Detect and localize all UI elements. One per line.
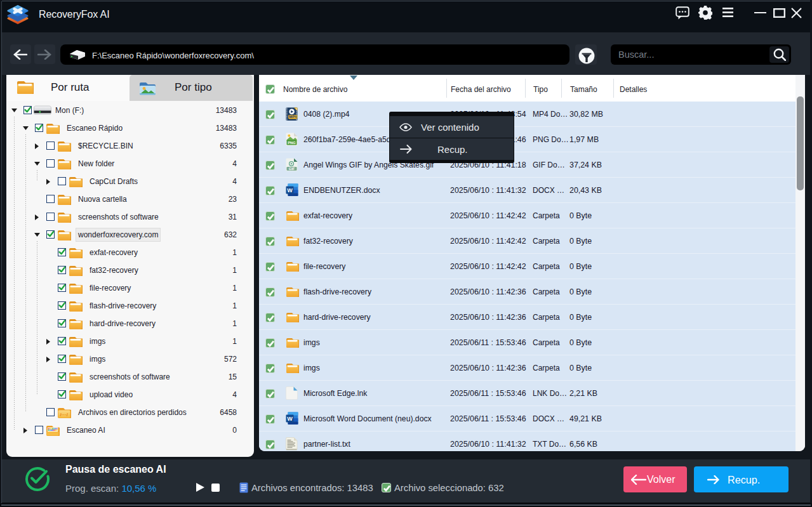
svg-text:W: W [287,416,293,422]
svg-text:GIF: GIF [289,167,295,171]
svg-text:PNG: PNG [288,141,296,145]
svg-text:W: W [287,187,293,194]
svg-text:/···/: /···/ [60,412,68,418]
svg-text:MP4: MP4 [289,115,297,119]
